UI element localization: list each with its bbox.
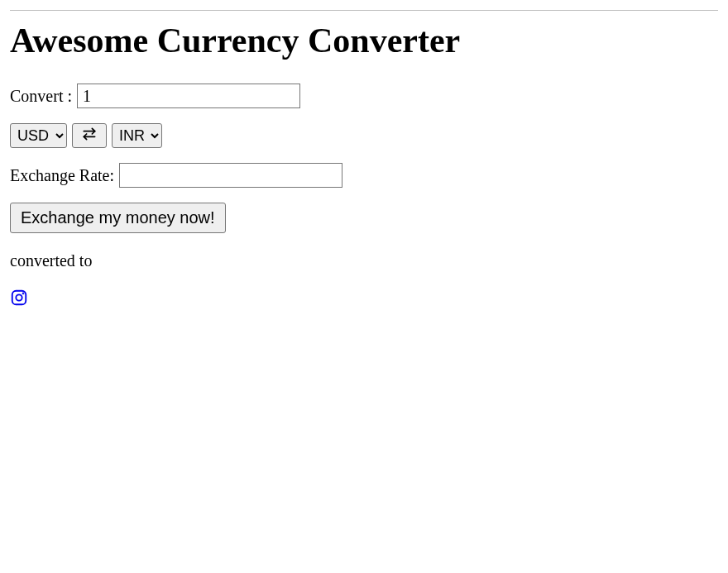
instagram-icon	[10, 289, 28, 311]
convert-label: Convert :	[10, 87, 72, 106]
swap-arrows-icon	[81, 126, 98, 146]
currency-selection-row: USD INR	[10, 123, 718, 148]
exchange-button-row: Exchange my money now!	[10, 203, 718, 233]
from-currency-select[interactable]: USD	[10, 123, 67, 148]
convert-row: Convert :	[10, 84, 718, 108]
instagram-link[interactable]	[10, 289, 28, 311]
top-divider	[10, 10, 718, 11]
exchange-rate-row: Exchange Rate:	[10, 163, 718, 188]
exchange-button[interactable]: Exchange my money now!	[10, 203, 226, 233]
svg-point-4	[23, 294, 24, 294]
convert-amount-input[interactable]	[77, 84, 300, 108]
exchange-rate-input[interactable]	[119, 163, 342, 188]
result-converted-label: converted to	[10, 251, 92, 270]
exchange-rate-label: Exchange Rate:	[10, 166, 114, 185]
svg-point-3	[16, 294, 22, 300]
to-currency-select[interactable]: INR	[112, 123, 162, 148]
page-title: Awesome Currency Converter	[10, 21, 718, 60]
swap-currencies-button[interactable]	[72, 123, 107, 148]
result-text: converted to	[10, 251, 718, 270]
